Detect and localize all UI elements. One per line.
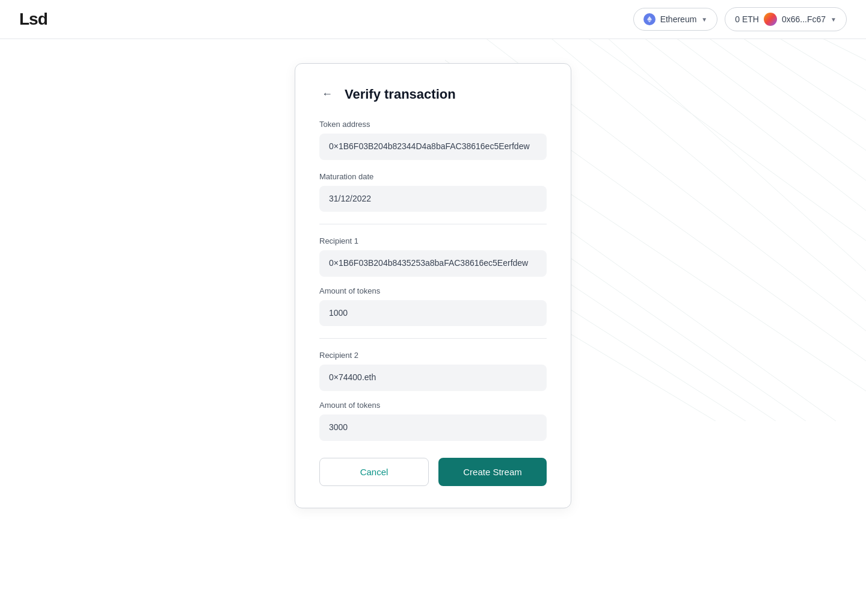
recipient1-label: Recipient 1 (319, 236, 547, 245)
verify-transaction-modal: ← Verify transaction Token address 0×1B6… (295, 63, 571, 508)
network-chevron-icon: ▼ (701, 16, 707, 23)
cancel-button[interactable]: Cancel (319, 458, 429, 486)
network-selector-button[interactable]: Ethereum ▼ (633, 8, 718, 31)
maturation-date-value: 31/12/2022 (319, 186, 547, 212)
divider-1 (319, 224, 547, 224)
divider-2 (319, 338, 547, 339)
recipient2-section: Recipient 2 0×74400.eth (319, 351, 547, 391)
modal-title: Verify transaction (345, 87, 456, 102)
token-address-label: Token address (319, 120, 547, 129)
header-controls: Ethereum ▼ 0 ETH 0x66...Fc67 ▼ (633, 7, 847, 31)
wallet-avatar (764, 13, 777, 26)
recipient1-tokens-value: 1000 (319, 300, 547, 327)
main-content: ← Verify transaction Token address 0×1B6… (0, 39, 866, 532)
recipient1-tokens-label: Amount of tokens (319, 286, 547, 295)
app-header: Lsd Ethereum ▼ 0 ETH 0x66...Fc67 ▼ (0, 0, 866, 39)
balance-label: 0 ETH (735, 14, 759, 24)
create-stream-button[interactable]: Create Stream (438, 458, 547, 486)
ethereum-icon (643, 13, 656, 25)
recipient1-section: Recipient 1 0×1B6F03B204b8435253a8baFAC3… (319, 236, 547, 277)
network-label: Ethereum (660, 14, 697, 24)
maturation-date-section: Maturation date 31/12/2022 (319, 172, 547, 212)
action-buttons: Cancel Create Stream (319, 458, 547, 486)
recipient2-value: 0×74400.eth (319, 365, 547, 391)
wallet-selector-button[interactable]: 0 ETH 0x66...Fc67 ▼ (725, 7, 847, 31)
recipient2-tokens-label: Amount of tokens (319, 401, 547, 410)
maturation-date-label: Maturation date (319, 172, 547, 181)
app-logo: Lsd (19, 10, 48, 29)
wallet-address: 0x66...Fc67 (782, 14, 826, 24)
recipient2-label: Recipient 2 (319, 351, 547, 360)
wallet-chevron-icon: ▼ (831, 16, 837, 23)
token-address-section: Token address 0×1B6F03B204b82344D4a8baFA… (319, 120, 547, 160)
recipient1-value: 0×1B6F03B204b8435253a8baFAC38616ec5Eerfd… (319, 250, 547, 277)
token-address-value: 0×1B6F03B204b82344D4a8baFAC38616ec5Eerfd… (319, 134, 547, 160)
recipient1-tokens-section: Amount of tokens 1000 (319, 286, 547, 327)
recipient2-tokens-value: 3000 (319, 414, 547, 441)
back-button[interactable]: ← (319, 85, 335, 103)
recipient2-tokens-section: Amount of tokens 3000 (319, 401, 547, 441)
modal-header: ← Verify transaction (319, 85, 547, 103)
